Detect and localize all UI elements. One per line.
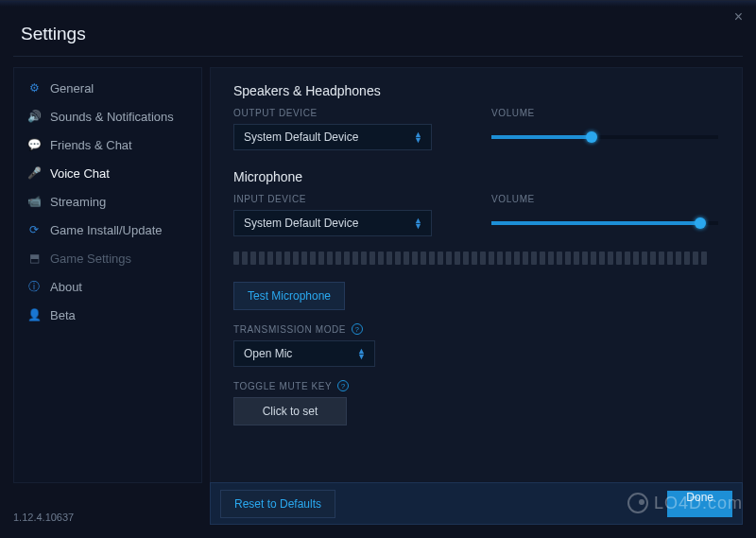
gear-icon: ⚙ bbox=[27, 81, 41, 95]
level-segment bbox=[667, 252, 673, 265]
sidebar-item-about[interactable]: ⓘ About bbox=[14, 272, 201, 301]
level-segment bbox=[591, 252, 596, 265]
level-segment bbox=[565, 252, 571, 265]
level-segment bbox=[463, 252, 469, 265]
microphone-section-title: Microphone bbox=[233, 169, 719, 184]
level-segment bbox=[455, 252, 460, 265]
chat-icon: 💬 bbox=[27, 138, 41, 151]
chevron-updown-icon: ▲▼ bbox=[357, 348, 365, 359]
level-segment bbox=[267, 252, 273, 265]
sidebar-item-label: Game Install/Update bbox=[50, 223, 163, 237]
test-microphone-button[interactable]: Test Microphone bbox=[233, 282, 345, 310]
sidebar-item-label: Game Settings bbox=[50, 252, 131, 266]
sidebar-item-beta[interactable]: 👤 Beta bbox=[14, 301, 201, 329]
level-segment bbox=[446, 252, 452, 265]
sidebar-item-sounds[interactable]: 🔊 Sounds & Notifications bbox=[14, 102, 201, 130]
level-segment bbox=[676, 252, 681, 265]
level-segment bbox=[514, 252, 520, 265]
chevron-updown-icon: ▲▼ bbox=[414, 217, 421, 229]
close-icon[interactable]: × bbox=[734, 9, 743, 26]
level-segment bbox=[429, 252, 435, 265]
level-segment bbox=[327, 252, 333, 265]
speakers-volume-label: VOLUME bbox=[491, 108, 719, 118]
level-segment bbox=[310, 252, 316, 265]
level-segment bbox=[548, 252, 554, 265]
level-segment bbox=[293, 252, 299, 265]
speakers-volume-slider[interactable] bbox=[491, 124, 718, 150]
input-device-select[interactable]: System Default Device ▲▼ bbox=[233, 210, 432, 236]
level-segment bbox=[489, 252, 494, 265]
refresh-icon: ⟳ bbox=[27, 223, 41, 236]
version-label: 1.12.4.10637 bbox=[13, 512, 74, 523]
sidebar: ⚙ General 🔊 Sounds & Notifications 💬 Fri… bbox=[13, 67, 202, 483]
level-segment bbox=[335, 252, 341, 265]
level-segment bbox=[395, 252, 401, 265]
output-device-value: System Default Device bbox=[244, 130, 358, 144]
microphone-volume-slider[interactable] bbox=[491, 210, 718, 236]
level-segment bbox=[574, 252, 579, 265]
level-segment bbox=[259, 252, 265, 265]
level-segment bbox=[421, 252, 426, 265]
level-segment bbox=[497, 252, 503, 265]
level-segment bbox=[250, 252, 256, 265]
level-segment bbox=[472, 252, 477, 265]
sidebar-item-label: Voice Chat bbox=[50, 166, 110, 181]
level-segment bbox=[387, 252, 392, 265]
chevron-updown-icon: ▲▼ bbox=[414, 131, 421, 143]
toggle-mute-key-button[interactable]: Click to set bbox=[233, 397, 347, 425]
level-segment bbox=[582, 252, 588, 265]
level-segment bbox=[344, 252, 350, 265]
level-segment bbox=[531, 252, 537, 265]
level-segment bbox=[523, 252, 528, 265]
transmission-mode-label: TRANSMISSION MODE ? bbox=[233, 323, 719, 335]
help-icon[interactable]: ? bbox=[352, 323, 363, 335]
level-segment bbox=[616, 252, 622, 265]
footer-bar: Reset to Defaults Done bbox=[210, 482, 743, 525]
level-segment bbox=[506, 252, 511, 265]
sidebar-item-label: About bbox=[50, 280, 82, 294]
speaker-icon: 🔊 bbox=[27, 110, 41, 123]
reset-to-defaults-button[interactable]: Reset to Defaults bbox=[220, 490, 335, 518]
titlebar-accent bbox=[0, 1, 756, 7]
level-segment bbox=[233, 252, 239, 265]
level-segment bbox=[318, 252, 324, 265]
microphone-volume-label: VOLUME bbox=[491, 194, 719, 204]
sidebar-item-label: Friends & Chat bbox=[50, 138, 132, 152]
microphone-level-meter bbox=[233, 252, 719, 265]
level-segment bbox=[693, 252, 698, 265]
sidebar-item-label: Beta bbox=[50, 308, 76, 322]
level-segment bbox=[599, 252, 605, 265]
level-segment bbox=[633, 252, 639, 265]
speakers-section-title: Speakers & Headphones bbox=[233, 83, 719, 98]
level-segment bbox=[557, 252, 562, 265]
level-segment bbox=[608, 252, 613, 265]
main-panel: Speakers & Headphones OUTPUT DEVICE Syst… bbox=[210, 67, 743, 483]
person-icon: 👤 bbox=[27, 308, 41, 321]
done-button[interactable]: Done bbox=[667, 491, 732, 517]
level-segment bbox=[361, 252, 367, 265]
output-device-select[interactable]: System Default Device ▲▼ bbox=[233, 124, 432, 150]
sidebar-item-game-settings[interactable]: ⬒ Game Settings bbox=[14, 244, 201, 272]
level-segment bbox=[378, 252, 384, 265]
header-divider bbox=[13, 56, 743, 57]
microphone-icon: 🎤 bbox=[27, 166, 41, 180]
input-device-label: INPUT DEVICE bbox=[233, 194, 461, 204]
sidebar-item-streaming[interactable]: 📹 Streaming bbox=[14, 187, 201, 216]
sidebar-item-friends[interactable]: 💬 Friends & Chat bbox=[14, 130, 201, 159]
help-icon[interactable]: ? bbox=[337, 380, 349, 391]
sidebar-item-game-install[interactable]: ⟳ Game Install/Update bbox=[14, 216, 201, 244]
transmission-mode-value: Open Mic bbox=[244, 347, 292, 360]
grid-icon: ⬒ bbox=[27, 252, 41, 265]
level-segment bbox=[404, 252, 409, 265]
level-segment bbox=[438, 252, 443, 265]
sidebar-item-general[interactable]: ⚙ General bbox=[14, 74, 201, 102]
toggle-mute-label: TOGGLE MUTE KEY ? bbox=[233, 380, 719, 391]
transmission-mode-select[interactable]: Open Mic ▲▼ bbox=[233, 340, 375, 367]
output-device-label: OUTPUT DEVICE bbox=[233, 108, 461, 118]
sidebar-item-label: General bbox=[50, 81, 94, 95]
sidebar-item-voice-chat[interactable]: 🎤 Voice Chat bbox=[14, 159, 201, 187]
level-segment bbox=[352, 252, 358, 265]
level-segment bbox=[276, 252, 282, 265]
settings-window: × Settings ⚙ General 🔊 Sounds & Notifica… bbox=[0, 0, 756, 538]
level-segment bbox=[625, 252, 630, 265]
